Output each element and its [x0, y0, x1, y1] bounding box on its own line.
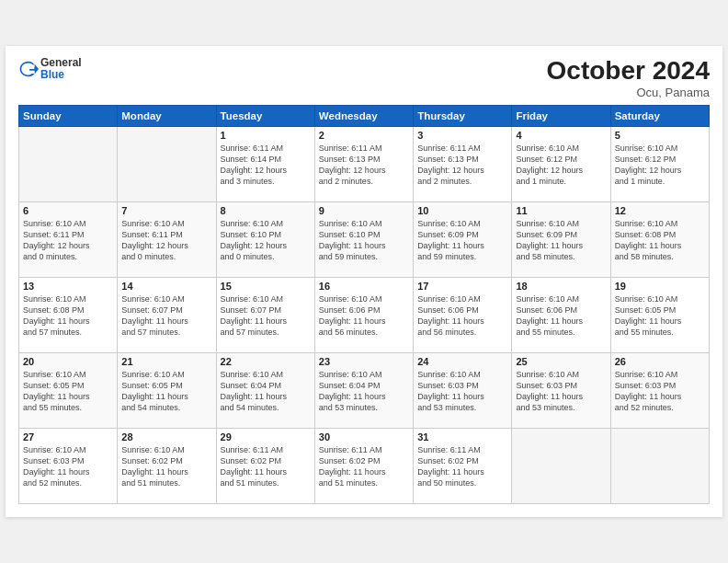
calendar-table: SundayMondayTuesdayWednesdayThursdayFrid…	[18, 105, 710, 504]
calendar-cell: 16Sunrise: 6:10 AM Sunset: 6:06 PM Dayli…	[314, 277, 413, 352]
cell-info: Sunrise: 6:10 AM Sunset: 6:08 PM Dayligh…	[23, 293, 113, 339]
column-header-wednesday: Wednesday	[314, 105, 413, 126]
calendar-header: SundayMondayTuesdayWednesdayThursdayFrid…	[19, 105, 710, 126]
calendar-body: 1Sunrise: 6:11 AM Sunset: 6:14 PM Daylig…	[19, 126, 710, 503]
cell-info: Sunrise: 6:10 AM Sunset: 6:05 PM Dayligh…	[23, 369, 113, 414]
calendar-cell: 29Sunrise: 6:11 AM Sunset: 6:02 PM Dayli…	[216, 428, 314, 503]
cell-info: Sunrise: 6:10 AM Sunset: 6:03 PM Dayligh…	[615, 369, 705, 414]
calendar-cell: 26Sunrise: 6:10 AM Sunset: 6:03 PM Dayli…	[610, 352, 709, 428]
cell-info: Sunrise: 6:10 AM Sunset: 6:10 PM Dayligh…	[221, 218, 311, 263]
cell-info: Sunrise: 6:11 AM Sunset: 6:13 PM Dayligh…	[417, 143, 507, 188]
logo-icon	[18, 59, 39, 79]
calendar-cell: 28Sunrise: 6:10 AM Sunset: 6:02 PM Dayli…	[118, 428, 216, 503]
calendar-cell: 2Sunrise: 6:11 AM Sunset: 6:13 PM Daylig…	[314, 126, 413, 201]
header-row: SundayMondayTuesdayWednesdayThursdayFrid…	[19, 105, 710, 126]
calendar-cell: 3Sunrise: 6:11 AM Sunset: 6:13 PM Daylig…	[414, 126, 512, 201]
column-header-thursday: Thursday	[414, 105, 512, 126]
cell-info: Sunrise: 6:10 AM Sunset: 6:11 PM Dayligh…	[121, 218, 211, 263]
calendar-cell: 8Sunrise: 6:10 AM Sunset: 6:10 PM Daylig…	[216, 201, 314, 277]
header: General Blue October 2024 Ocu, Panama	[18, 57, 710, 99]
cell-info: Sunrise: 6:10 AM Sunset: 6:09 PM Dayligh…	[516, 218, 606, 263]
cell-info: Sunrise: 6:10 AM Sunset: 6:12 PM Dayligh…	[516, 143, 606, 188]
calendar-cell	[610, 428, 709, 503]
week-row-5: 27Sunrise: 6:10 AM Sunset: 6:03 PM Dayli…	[19, 428, 710, 503]
day-number: 28	[121, 431, 211, 442]
cell-info: Sunrise: 6:11 AM Sunset: 6:13 PM Dayligh…	[319, 143, 409, 188]
month-title: October 2024	[547, 57, 710, 86]
column-header-monday: Monday	[118, 105, 216, 126]
day-number: 6	[23, 205, 113, 216]
calendar-cell: 27Sunrise: 6:10 AM Sunset: 6:03 PM Dayli…	[19, 428, 118, 503]
calendar-cell: 12Sunrise: 6:10 AM Sunset: 6:08 PM Dayli…	[610, 201, 709, 277]
cell-info: Sunrise: 6:10 AM Sunset: 6:07 PM Dayligh…	[121, 293, 211, 339]
calendar-cell: 6Sunrise: 6:10 AM Sunset: 6:11 PM Daylig…	[19, 201, 118, 277]
week-row-2: 6Sunrise: 6:10 AM Sunset: 6:11 PM Daylig…	[19, 201, 710, 277]
day-number: 30	[319, 431, 409, 442]
calendar-cell: 7Sunrise: 6:10 AM Sunset: 6:11 PM Daylig…	[118, 201, 216, 277]
day-number: 29	[221, 431, 311, 442]
day-number: 11	[516, 205, 606, 216]
day-number: 25	[516, 356, 606, 367]
calendar-cell	[118, 126, 216, 201]
day-number: 4	[516, 130, 606, 141]
calendar-cell: 9Sunrise: 6:10 AM Sunset: 6:10 PM Daylig…	[314, 201, 413, 277]
cell-info: Sunrise: 6:10 AM Sunset: 6:06 PM Dayligh…	[417, 293, 507, 339]
calendar-cell: 21Sunrise: 6:10 AM Sunset: 6:05 PM Dayli…	[118, 352, 216, 428]
logo: General Blue	[18, 57, 82, 81]
calendar-cell: 4Sunrise: 6:10 AM Sunset: 6:12 PM Daylig…	[512, 126, 610, 201]
cell-info: Sunrise: 6:10 AM Sunset: 6:05 PM Dayligh…	[121, 369, 211, 414]
calendar-cell: 20Sunrise: 6:10 AM Sunset: 6:05 PM Dayli…	[19, 352, 118, 428]
calendar-cell: 19Sunrise: 6:10 AM Sunset: 6:05 PM Dayli…	[610, 277, 709, 352]
day-number: 7	[121, 205, 211, 216]
day-number: 22	[221, 356, 311, 367]
cell-info: Sunrise: 6:10 AM Sunset: 6:06 PM Dayligh…	[516, 293, 606, 339]
day-number: 31	[417, 431, 507, 442]
location: Ocu, Panama	[547, 86, 710, 99]
cell-info: Sunrise: 6:11 AM Sunset: 6:02 PM Dayligh…	[319, 444, 409, 489]
day-number: 26	[615, 356, 705, 367]
cell-info: Sunrise: 6:11 AM Sunset: 6:02 PM Dayligh…	[417, 444, 507, 489]
calendar-cell: 13Sunrise: 6:10 AM Sunset: 6:08 PM Dayli…	[19, 277, 118, 352]
cell-info: Sunrise: 6:10 AM Sunset: 6:09 PM Dayligh…	[417, 218, 507, 263]
calendar-cell: 1Sunrise: 6:11 AM Sunset: 6:14 PM Daylig…	[216, 126, 314, 201]
calendar-cell	[19, 126, 118, 201]
calendar-cell: 25Sunrise: 6:10 AM Sunset: 6:03 PM Dayli…	[512, 352, 610, 428]
day-number: 21	[121, 356, 211, 367]
day-number: 17	[417, 281, 507, 292]
cell-info: Sunrise: 6:10 AM Sunset: 6:04 PM Dayligh…	[221, 369, 311, 414]
week-row-1: 1Sunrise: 6:11 AM Sunset: 6:14 PM Daylig…	[19, 126, 710, 201]
calendar-cell: 18Sunrise: 6:10 AM Sunset: 6:06 PM Dayli…	[512, 277, 610, 352]
title-block: October 2024 Ocu, Panama	[547, 57, 710, 99]
cell-info: Sunrise: 6:11 AM Sunset: 6:14 PM Dayligh…	[221, 143, 311, 188]
cell-info: Sunrise: 6:10 AM Sunset: 6:03 PM Dayligh…	[417, 369, 507, 414]
cell-info: Sunrise: 6:10 AM Sunset: 6:03 PM Dayligh…	[516, 369, 606, 414]
column-header-friday: Friday	[512, 105, 610, 126]
cell-info: Sunrise: 6:10 AM Sunset: 6:12 PM Dayligh…	[615, 143, 705, 188]
cell-info: Sunrise: 6:10 AM Sunset: 6:03 PM Dayligh…	[23, 444, 113, 489]
cell-info: Sunrise: 6:10 AM Sunset: 6:06 PM Dayligh…	[319, 293, 409, 339]
day-number: 23	[319, 356, 409, 367]
cell-info: Sunrise: 6:10 AM Sunset: 6:02 PM Dayligh…	[121, 444, 211, 489]
day-number: 3	[417, 130, 507, 141]
column-header-saturday: Saturday	[610, 105, 709, 126]
day-number: 13	[23, 281, 113, 292]
cell-info: Sunrise: 6:10 AM Sunset: 6:04 PM Dayligh…	[319, 369, 409, 414]
day-number: 12	[615, 205, 705, 216]
column-header-sunday: Sunday	[19, 105, 118, 126]
week-row-4: 20Sunrise: 6:10 AM Sunset: 6:05 PM Dayli…	[19, 352, 710, 428]
day-number: 15	[221, 281, 311, 292]
calendar-container: General Blue October 2024 Ocu, Panama Su…	[6, 46, 722, 517]
day-number: 18	[516, 281, 606, 292]
cell-info: Sunrise: 6:10 AM Sunset: 6:11 PM Dayligh…	[23, 218, 113, 263]
calendar-cell	[512, 428, 610, 503]
calendar-cell: 17Sunrise: 6:10 AM Sunset: 6:06 PM Dayli…	[414, 277, 512, 352]
logo-blue-text: Blue	[40, 69, 82, 81]
column-header-tuesday: Tuesday	[216, 105, 314, 126]
day-number: 8	[221, 205, 311, 216]
day-number: 1	[221, 130, 311, 141]
cell-info: Sunrise: 6:10 AM Sunset: 6:07 PM Dayligh…	[221, 293, 311, 339]
day-number: 5	[615, 130, 705, 141]
calendar-cell: 14Sunrise: 6:10 AM Sunset: 6:07 PM Dayli…	[118, 277, 216, 352]
day-number: 19	[615, 281, 705, 292]
calendar-cell: 31Sunrise: 6:11 AM Sunset: 6:02 PM Dayli…	[414, 428, 512, 503]
